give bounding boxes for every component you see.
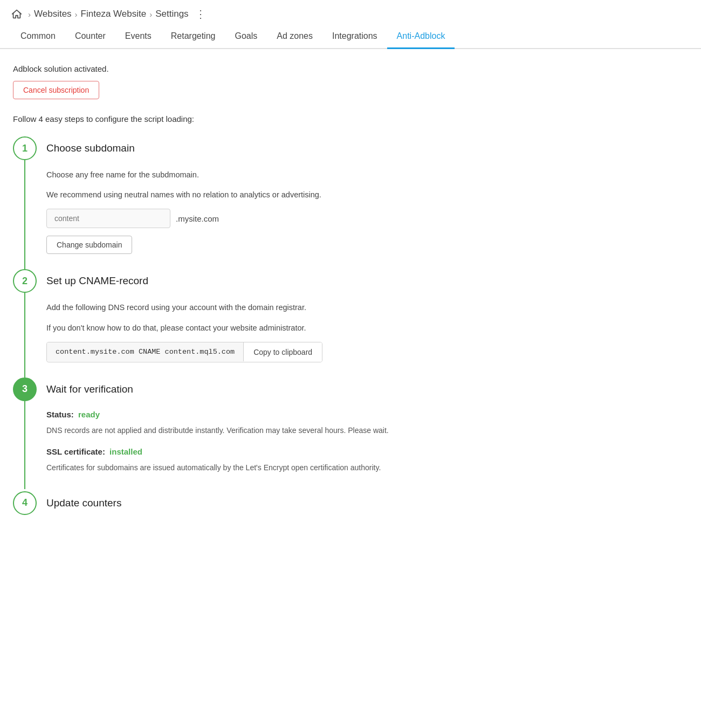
step-1-body-row: Choose any free name for the subdmomain.…	[13, 160, 688, 269]
step-2-body: Add the following DNS record using your …	[37, 293, 688, 377]
step-3-body: Status: ready DNS records are not applie…	[37, 401, 688, 489]
step-1-header: 1 Choose subdomain	[13, 136, 688, 160]
step-2-circle: 2	[13, 269, 37, 293]
step-2-desc2: If you don't know how to do that, please…	[46, 322, 688, 334]
tab-counter[interactable]: Counter	[65, 26, 115, 49]
step-1-circle: 1	[13, 136, 37, 160]
ssl-note: Certificates for subdomains are issued a…	[46, 462, 688, 473]
ssl-label: SSL certificate:	[46, 447, 105, 456]
step-4-title: Update counters	[46, 497, 121, 509]
tab-anti-adblock[interactable]: Anti-Adblock	[387, 26, 455, 49]
step-1-container: 1 Choose subdomain Choose any free name …	[13, 136, 688, 269]
step-1-title: Choose subdomain	[46, 142, 135, 154]
breadcrumb-websites[interactable]: Websites	[34, 9, 72, 19]
step-4-container: 4 Update counters	[13, 491, 688, 515]
breadcrumb: › Websites › Finteza Website › Settings …	[0, 0, 701, 26]
breadcrumb-settings[interactable]: Settings	[155, 9, 188, 19]
step-2-header: 2 Set up CNAME-record	[13, 269, 688, 293]
tab-retargeting[interactable]: Retargeting	[161, 26, 225, 49]
tab-integrations[interactable]: Integrations	[322, 26, 387, 49]
cname-record-row: content.mysite.com CNAME content.mql5.co…	[46, 342, 322, 362]
status-value: ready	[78, 410, 100, 419]
copy-to-clipboard-button[interactable]: Copy to clipboard	[244, 342, 322, 362]
step-1-desc2: We recommend using neutral names with no…	[46, 189, 688, 201]
breadcrumb-more-icon[interactable]: ⋮	[195, 8, 206, 20]
step-3-header: 3 Wait for verification	[13, 377, 688, 401]
status-label: Status:	[46, 410, 74, 419]
step-2-container: 2 Set up CNAME-record Add the following …	[13, 269, 688, 377]
step-3-circle: 3	[13, 377, 37, 401]
ssl-status-row: SSL certificate: installed	[46, 447, 688, 456]
status-note: DNS records are not applied and distribu…	[46, 424, 688, 436]
steps-intro-text: Follow 4 easy steps to configure the scr…	[13, 114, 688, 123]
subdomain-row: .mysite.com	[46, 209, 688, 228]
step-1-line	[13, 160, 37, 269]
tab-ad-zones[interactable]: Ad zones	[267, 26, 322, 49]
dns-status-row: Status: ready	[46, 410, 688, 419]
cname-code-value: content.mysite.com CNAME content.mql5.co…	[47, 342, 244, 361]
ssl-value: installed	[109, 447, 142, 456]
cancel-subscription-button[interactable]: Cancel subscription	[13, 81, 99, 99]
tab-common[interactable]: Common	[11, 26, 65, 49]
tab-goals[interactable]: Goals	[225, 26, 267, 49]
step-3-title: Wait for verification	[46, 383, 133, 395]
step-2-title: Set up CNAME-record	[46, 275, 148, 287]
step-1-body: Choose any free name for the subdmomain.…	[37, 160, 688, 269]
subdomain-suffix: .mysite.com	[176, 214, 219, 223]
home-icon[interactable]	[11, 8, 23, 20]
step-2-line	[13, 293, 37, 377]
step-3-container: 3 Wait for verification Status: ready DN…	[13, 377, 688, 489]
nav-tabs: Common Counter Events Retargeting Goals …	[0, 26, 701, 49]
change-subdomain-button[interactable]: Change subdomain	[46, 236, 132, 254]
step-3-body-row: Status: ready DNS records are not applie…	[13, 401, 688, 489]
adblock-status-text: Adblock solution activated.	[13, 64, 688, 73]
step-2-body-row: Add the following DNS record using your …	[13, 293, 688, 377]
main-content: Adblock solution activated. Cancel subsc…	[0, 49, 701, 537]
breadcrumb-finteza[interactable]: Finteza Website	[81, 9, 147, 19]
step-4-circle: 4	[13, 491, 37, 515]
step-3-line	[13, 401, 37, 489]
step-2-desc1: Add the following DNS record using your …	[46, 301, 688, 314]
step-1-desc1: Choose any free name for the subdmomain.	[46, 169, 688, 181]
subdomain-input[interactable]	[46, 209, 170, 228]
tab-events[interactable]: Events	[115, 26, 161, 49]
